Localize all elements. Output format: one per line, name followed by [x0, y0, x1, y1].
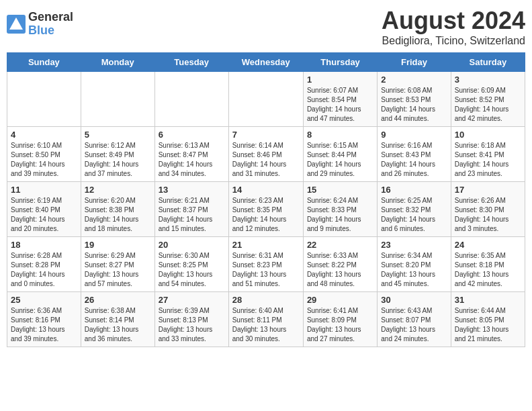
calendar-cell: 8Sunrise: 6:15 AMSunset: 8:44 PMDaylight… [303, 127, 377, 182]
calendar-body: 1Sunrise: 6:07 AMSunset: 8:54 PMDaylight… [7, 72, 525, 347]
day-info: Sunrise: 6:12 AMSunset: 8:49 PMDaylight:… [85, 141, 151, 179]
day-number: 25 [11, 295, 77, 305]
day-number: 14 [232, 185, 300, 195]
day-info: Sunrise: 6:29 AMSunset: 8:27 PMDaylight:… [85, 251, 151, 289]
day-info: Sunrise: 6:19 AMSunset: 8:40 PMDaylight:… [11, 196, 77, 234]
calendar-cell: 11Sunrise: 6:19 AMSunset: 8:40 PMDayligh… [7, 182, 81, 237]
day-info: Sunrise: 6:30 AMSunset: 8:25 PMDaylight:… [159, 251, 225, 289]
calendar-cell: 23Sunrise: 6:34 AMSunset: 8:20 PMDayligh… [378, 237, 451, 292]
day-info: Sunrise: 6:44 AMSunset: 8:05 PMDaylight:… [455, 306, 521, 344]
day-number: 15 [307, 185, 373, 195]
day-number: 31 [455, 295, 521, 305]
day-info: Sunrise: 6:08 AMSunset: 8:53 PMDaylight:… [381, 86, 447, 124]
day-info: Sunrise: 6:40 AMSunset: 8:11 PMDaylight:… [232, 306, 300, 344]
day-info: Sunrise: 6:25 AMSunset: 8:32 PMDaylight:… [381, 196, 447, 234]
day-info: Sunrise: 6:07 AMSunset: 8:54 PMDaylight:… [307, 86, 373, 124]
day-number: 26 [85, 295, 151, 305]
logo-blue: Blue [28, 24, 73, 38]
day-number: 10 [455, 130, 521, 140]
day-info: Sunrise: 6:38 AMSunset: 8:14 PMDaylight:… [85, 306, 151, 344]
calendar-cell: 22Sunrise: 6:33 AMSunset: 8:22 PMDayligh… [303, 237, 377, 292]
calendar-cell: 16Sunrise: 6:25 AMSunset: 8:32 PMDayligh… [378, 182, 451, 237]
day-info: Sunrise: 6:23 AMSunset: 8:35 PMDaylight:… [232, 196, 300, 234]
calendar-cell [7, 72, 81, 127]
day-number: 27 [159, 295, 225, 305]
calendar-cell: 17Sunrise: 6:26 AMSunset: 8:30 PMDayligh… [451, 182, 525, 237]
calendar-cell: 7Sunrise: 6:14 AMSunset: 8:46 PMDaylight… [228, 127, 303, 182]
header-sunday: Sunday [7, 53, 81, 72]
day-info: Sunrise: 6:39 AMSunset: 8:13 PMDaylight:… [159, 306, 225, 344]
week-row-2: 11Sunrise: 6:19 AMSunset: 8:40 PMDayligh… [7, 182, 525, 237]
day-number: 16 [381, 185, 447, 195]
calendar-cell: 4Sunrise: 6:10 AMSunset: 8:50 PMDaylight… [7, 127, 81, 182]
day-number: 23 [381, 240, 447, 250]
day-info: Sunrise: 6:09 AMSunset: 8:52 PMDaylight:… [455, 86, 521, 124]
calendar-cell: 19Sunrise: 6:29 AMSunset: 8:27 PMDayligh… [81, 237, 154, 292]
calendar-cell [154, 72, 228, 127]
logo-general: General [28, 11, 73, 24]
day-number: 3 [455, 75, 521, 85]
day-info: Sunrise: 6:18 AMSunset: 8:41 PMDaylight:… [455, 141, 521, 179]
calendar-cell: 10Sunrise: 6:18 AMSunset: 8:41 PMDayligh… [451, 127, 525, 182]
calendar-cell: 9Sunrise: 6:16 AMSunset: 8:43 PMDaylight… [378, 127, 451, 182]
day-info: Sunrise: 6:10 AMSunset: 8:50 PMDaylight:… [11, 141, 77, 179]
day-number: 12 [85, 185, 151, 195]
calendar-cell [228, 72, 303, 127]
day-number: 9 [381, 130, 447, 140]
day-number: 13 [159, 185, 225, 195]
logo: General Blue [7, 11, 73, 38]
week-row-3: 18Sunrise: 6:28 AMSunset: 8:28 PMDayligh… [7, 237, 525, 292]
calendar-cell: 5Sunrise: 6:12 AMSunset: 8:49 PMDaylight… [81, 127, 154, 182]
calendar-cell: 3Sunrise: 6:09 AMSunset: 8:52 PMDaylight… [451, 72, 525, 127]
calendar-cell: 26Sunrise: 6:38 AMSunset: 8:14 PMDayligh… [81, 292, 154, 347]
day-number: 21 [232, 240, 300, 250]
calendar-cell: 14Sunrise: 6:23 AMSunset: 8:35 PMDayligh… [228, 182, 303, 237]
day-number: 8 [307, 130, 373, 140]
week-row-4: 25Sunrise: 6:36 AMSunset: 8:16 PMDayligh… [7, 292, 525, 347]
day-number: 5 [85, 130, 151, 140]
day-number: 22 [307, 240, 373, 250]
header-wednesday: Wednesday [228, 53, 303, 72]
calendar-cell: 25Sunrise: 6:36 AMSunset: 8:16 PMDayligh… [7, 292, 81, 347]
calendar-cell: 12Sunrise: 6:20 AMSunset: 8:38 PMDayligh… [81, 182, 154, 237]
logo-icon [7, 15, 26, 34]
day-number: 20 [159, 240, 225, 250]
calendar-cell: 18Sunrise: 6:28 AMSunset: 8:28 PMDayligh… [7, 237, 81, 292]
day-info: Sunrise: 6:28 AMSunset: 8:28 PMDaylight:… [11, 251, 77, 289]
calendar-cell: 6Sunrise: 6:13 AMSunset: 8:47 PMDaylight… [154, 127, 228, 182]
day-info: Sunrise: 6:31 AMSunset: 8:23 PMDaylight:… [232, 251, 300, 289]
header-tuesday: Tuesday [154, 53, 228, 72]
day-info: Sunrise: 6:16 AMSunset: 8:43 PMDaylight:… [381, 141, 447, 179]
calendar-header: SundayMondayTuesdayWednesdayThursdayFrid… [7, 53, 525, 72]
calendar-cell: 28Sunrise: 6:40 AMSunset: 8:11 PMDayligh… [228, 292, 303, 347]
day-info: Sunrise: 6:15 AMSunset: 8:44 PMDaylight:… [307, 141, 373, 179]
month-title: August 2024 [382, 7, 525, 35]
calendar-cell: 15Sunrise: 6:24 AMSunset: 8:33 PMDayligh… [303, 182, 377, 237]
calendar-cell: 30Sunrise: 6:43 AMSunset: 8:07 PMDayligh… [378, 292, 451, 347]
calendar-cell: 13Sunrise: 6:21 AMSunset: 8:37 PMDayligh… [154, 182, 228, 237]
day-info: Sunrise: 6:24 AMSunset: 8:33 PMDaylight:… [307, 196, 373, 234]
header-friday: Friday [378, 53, 451, 72]
week-row-0: 1Sunrise: 6:07 AMSunset: 8:54 PMDaylight… [7, 72, 525, 127]
day-info: Sunrise: 6:20 AMSunset: 8:38 PMDaylight:… [85, 196, 151, 234]
day-number: 4 [11, 130, 77, 140]
day-info: Sunrise: 6:13 AMSunset: 8:47 PMDaylight:… [159, 141, 225, 179]
day-info: Sunrise: 6:26 AMSunset: 8:30 PMDaylight:… [455, 196, 521, 234]
calendar-cell: 27Sunrise: 6:39 AMSunset: 8:13 PMDayligh… [154, 292, 228, 347]
calendar-cell: 31Sunrise: 6:44 AMSunset: 8:05 PMDayligh… [451, 292, 525, 347]
day-number: 1 [307, 75, 373, 85]
calendar-cell: 2Sunrise: 6:08 AMSunset: 8:53 PMDaylight… [378, 72, 451, 127]
calendar-cell: 20Sunrise: 6:30 AMSunset: 8:25 PMDayligh… [154, 237, 228, 292]
day-info: Sunrise: 6:41 AMSunset: 8:09 PMDaylight:… [307, 306, 373, 344]
day-number: 17 [455, 185, 521, 195]
day-info: Sunrise: 6:14 AMSunset: 8:46 PMDaylight:… [232, 141, 300, 179]
header-monday: Monday [81, 53, 154, 72]
calendar-cell: 21Sunrise: 6:31 AMSunset: 8:23 PMDayligh… [228, 237, 303, 292]
header-saturday: Saturday [451, 53, 525, 72]
header-row: SundayMondayTuesdayWednesdayThursdayFrid… [7, 53, 525, 72]
calendar-cell: 24Sunrise: 6:35 AMSunset: 8:18 PMDayligh… [451, 237, 525, 292]
calendar-cell: 29Sunrise: 6:41 AMSunset: 8:09 PMDayligh… [303, 292, 377, 347]
day-number: 7 [232, 130, 300, 140]
day-number: 24 [455, 240, 521, 250]
logo-text: General Blue [28, 11, 73, 38]
